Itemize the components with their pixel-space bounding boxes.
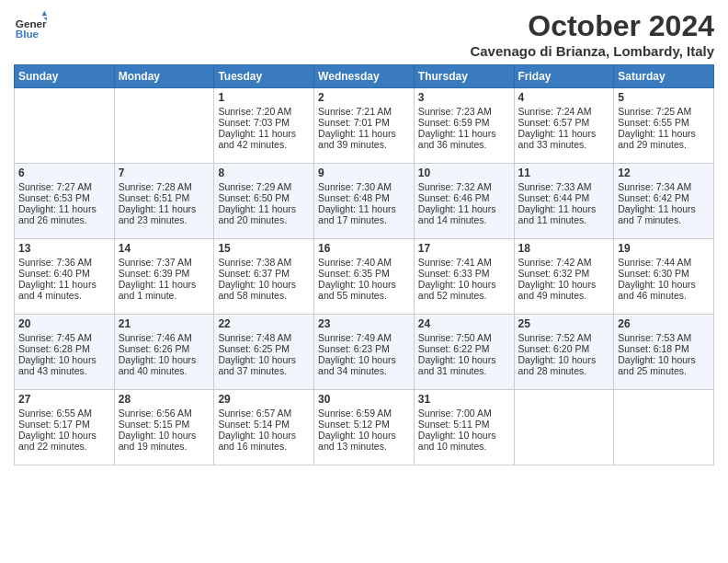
daylight-text: Daylight: 11 hours and 11 minutes. — [518, 203, 597, 225]
sunrise-text: Sunrise: 7:00 AM — [418, 408, 492, 419]
day-number: 18 — [518, 242, 610, 255]
daylight-text: Daylight: 10 hours and 40 minutes. — [119, 354, 197, 376]
sunset-text: Sunset: 6:39 PM — [119, 268, 190, 279]
daylight-text: Daylight: 10 hours and 19 minutes. — [119, 430, 197, 452]
daylight-text: Daylight: 11 hours and 20 minutes. — [218, 203, 296, 225]
daylight-text: Daylight: 10 hours and 25 minutes. — [618, 354, 696, 376]
calendar-cell: 4Sunrise: 7:24 AMSunset: 6:57 PMDaylight… — [514, 88, 614, 164]
day-number: 23 — [318, 317, 410, 330]
sunrise-text: Sunrise: 7:33 AM — [518, 181, 592, 192]
sunset-text: Sunset: 6:37 PM — [218, 268, 290, 279]
weekday-header: Tuesday — [214, 65, 314, 88]
calendar-cell: 3Sunrise: 7:23 AMSunset: 6:59 PMDaylight… — [414, 88, 514, 164]
sunset-text: Sunset: 6:20 PM — [518, 343, 590, 354]
sunrise-text: Sunrise: 7:46 AM — [119, 332, 192, 343]
calendar-week-row: 27Sunrise: 6:55 AMSunset: 5:17 PMDayligh… — [15, 390, 714, 465]
sunrise-text: Sunrise: 7:30 AM — [318, 181, 392, 192]
calendar-cell: 17Sunrise: 7:41 AMSunset: 6:33 PMDayligh… — [414, 239, 514, 315]
day-number: 13 — [18, 242, 110, 255]
sunset-text: Sunset: 5:17 PM — [18, 419, 90, 430]
calendar-cell: 11Sunrise: 7:33 AMSunset: 6:44 PMDayligh… — [514, 164, 614, 239]
sunrise-text: Sunrise: 7:20 AM — [218, 106, 291, 117]
daylight-text: Daylight: 11 hours and 1 minute. — [119, 279, 197, 301]
sunset-text: Sunset: 6:33 PM — [418, 268, 490, 279]
sunrise-text: Sunrise: 7:52 AM — [518, 332, 592, 343]
sunrise-text: Sunrise: 7:23 AM — [418, 106, 492, 117]
day-number: 24 — [418, 317, 510, 330]
sunrise-text: Sunrise: 7:36 AM — [18, 257, 92, 268]
sunset-text: Sunset: 6:44 PM — [518, 192, 590, 203]
day-number: 31 — [418, 393, 510, 406]
calendar-cell: 6Sunrise: 7:27 AMSunset: 6:53 PMDaylight… — [15, 164, 115, 239]
sunset-text: Sunset: 6:28 PM — [18, 343, 90, 354]
calendar-cell: 10Sunrise: 7:32 AMSunset: 6:46 PMDayligh… — [414, 164, 514, 239]
sunset-text: Sunset: 5:11 PM — [418, 419, 490, 430]
sunset-text: Sunset: 6:35 PM — [318, 268, 390, 279]
day-number: 19 — [618, 242, 710, 255]
day-number: 30 — [318, 393, 410, 406]
day-number: 9 — [318, 167, 410, 179]
weekday-header: Monday — [114, 65, 214, 88]
day-number: 17 — [418, 242, 510, 255]
sunset-text: Sunset: 6:18 PM — [618, 343, 689, 354]
weekday-header: Saturday — [614, 65, 714, 88]
sunrise-text: Sunrise: 6:56 AM — [119, 408, 192, 419]
sunrise-text: Sunrise: 7:40 AM — [318, 257, 392, 268]
calendar-cell: 5Sunrise: 7:25 AMSunset: 6:55 PMDaylight… — [614, 88, 714, 164]
sunset-text: Sunset: 7:03 PM — [218, 117, 290, 128]
day-number: 15 — [218, 242, 310, 255]
calendar-cell — [614, 390, 714, 465]
daylight-text: Daylight: 10 hours and 34 minutes. — [318, 354, 396, 376]
calendar-table: SundayMondayTuesdayWednesdayThursdayFrid… — [14, 64, 714, 465]
calendar-cell: 8Sunrise: 7:29 AMSunset: 6:50 PMDaylight… — [214, 164, 314, 239]
calendar-cell: 31Sunrise: 7:00 AMSunset: 5:11 PMDayligh… — [414, 390, 514, 465]
daylight-text: Daylight: 11 hours and 4 minutes. — [18, 279, 97, 301]
sunset-text: Sunset: 6:22 PM — [418, 343, 490, 354]
calendar-cell: 16Sunrise: 7:40 AMSunset: 6:35 PMDayligh… — [314, 239, 415, 315]
day-number: 7 — [119, 167, 210, 179]
day-number: 3 — [418, 91, 510, 104]
day-number: 12 — [618, 167, 710, 179]
daylight-text: Daylight: 10 hours and 28 minutes. — [518, 354, 597, 376]
day-number: 26 — [618, 317, 710, 330]
sunrise-text: Sunrise: 6:57 AM — [218, 408, 291, 419]
calendar-cell: 26Sunrise: 7:53 AMSunset: 6:18 PMDayligh… — [614, 315, 714, 390]
daylight-text: Daylight: 10 hours and 43 minutes. — [18, 354, 97, 376]
daylight-text: Daylight: 10 hours and 58 minutes. — [218, 279, 296, 301]
day-number: 2 — [318, 91, 410, 104]
day-number: 22 — [218, 317, 310, 330]
day-number: 16 — [318, 242, 410, 255]
daylight-text: Daylight: 11 hours and 14 minutes. — [418, 203, 496, 225]
calendar-cell: 7Sunrise: 7:28 AMSunset: 6:51 PMDaylight… — [114, 164, 214, 239]
sunset-text: Sunset: 5:15 PM — [119, 419, 190, 430]
daylight-text: Daylight: 10 hours and 22 minutes. — [18, 430, 97, 452]
day-number: 1 — [218, 91, 310, 104]
calendar-cell — [114, 88, 214, 164]
calendar-cell: 24Sunrise: 7:50 AMSunset: 6:22 PMDayligh… — [414, 315, 514, 390]
sunrise-text: Sunrise: 6:55 AM — [18, 408, 92, 419]
sunset-text: Sunset: 6:46 PM — [418, 192, 490, 203]
sunrise-text: Sunrise: 7:48 AM — [218, 332, 291, 343]
daylight-text: Daylight: 11 hours and 7 minutes. — [618, 203, 696, 225]
sunrise-text: Sunrise: 7:28 AM — [119, 181, 192, 192]
sunset-text: Sunset: 6:40 PM — [18, 268, 90, 279]
daylight-text: Daylight: 11 hours and 23 minutes. — [119, 203, 197, 225]
daylight-text: Daylight: 11 hours and 33 minutes. — [518, 128, 597, 150]
location-title: Cavenago di Brianza, Lombardy, Italy — [470, 43, 714, 59]
calendar-week-row: 6Sunrise: 7:27 AMSunset: 6:53 PMDaylight… — [15, 164, 714, 239]
sunset-text: Sunset: 7:01 PM — [318, 117, 390, 128]
calendar-cell: 23Sunrise: 7:49 AMSunset: 6:23 PMDayligh… — [314, 315, 415, 390]
sunrise-text: Sunrise: 7:37 AM — [119, 257, 192, 268]
daylight-text: Daylight: 10 hours and 46 minutes. — [618, 279, 696, 301]
sunrise-text: Sunrise: 7:42 AM — [518, 257, 592, 268]
day-number: 8 — [218, 167, 310, 179]
weekday-header: Friday — [514, 65, 614, 88]
sunrise-text: Sunrise: 7:24 AM — [518, 106, 592, 117]
calendar-cell: 14Sunrise: 7:37 AMSunset: 6:39 PMDayligh… — [114, 239, 214, 315]
day-number: 11 — [518, 167, 610, 179]
day-number: 6 — [18, 167, 110, 179]
calendar-cell — [15, 88, 115, 164]
calendar-week-row: 1Sunrise: 7:20 AMSunset: 7:03 PMDaylight… — [15, 88, 714, 164]
title-block: October 2024 Cavenago di Brianza, Lombar… — [470, 9, 714, 59]
page-header: General Blue October 2024 Cavenago di Br… — [14, 9, 714, 59]
